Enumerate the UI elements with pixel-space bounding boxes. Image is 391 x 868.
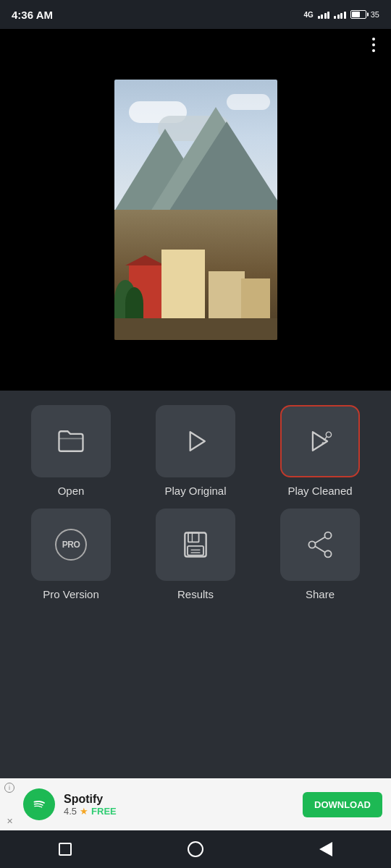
scene-mountains (114, 122, 277, 223)
play-clean-icon (304, 425, 336, 457)
ad-info-icon[interactable]: i (4, 783, 14, 793)
results-label: Results (177, 588, 214, 600)
pro-version-button[interactable]: PRO Pro Version (14, 509, 127, 600)
navigation-bar (0, 830, 391, 868)
battery-level: 35 (371, 10, 379, 19)
share-button[interactable]: Share (264, 509, 377, 600)
share-icon-box (280, 509, 360, 581)
tree-2 (125, 287, 143, 320)
battery-icon (350, 10, 366, 19)
svg-point-8 (324, 532, 331, 539)
pro-version-label: Pro Version (43, 588, 99, 600)
video-thumbnail (114, 80, 277, 340)
menu-dot-2 (372, 43, 375, 46)
overflow-menu-button[interactable] (366, 35, 381, 55)
share-icon (304, 529, 336, 561)
building-cream (161, 250, 205, 318)
building-right (241, 278, 270, 318)
play-cleaned-button[interactable]: Play Cleaned (264, 405, 377, 497)
svg-point-9 (324, 550, 331, 557)
ad-app-name: Spotify (64, 793, 294, 806)
open-button[interactable]: Open (14, 405, 127, 497)
svg-point-0 (326, 432, 331, 437)
svg-rect-4 (188, 546, 203, 556)
building-roof (125, 255, 165, 265)
ad-star: ★ (80, 806, 88, 817)
ad-banner: i ✕ Spotify 4.5 ★ FREE DOWNLOAD (0, 778, 391, 830)
svg-line-12 (315, 546, 325, 552)
status-time: 4:36 AM (12, 9, 53, 21)
ad-free-label: FREE (91, 806, 117, 817)
ad-text-area: Spotify 4.5 ★ FREE (64, 793, 294, 817)
open-label: Open (58, 485, 85, 497)
play-cleaned-icon-box (280, 405, 360, 477)
status-bar: 4:36 AM 4G 35 (0, 0, 391, 29)
ad-rating: 4.5 (64, 806, 77, 817)
svg-rect-3 (188, 533, 199, 542)
ad-subtitle: 4.5 ★ FREE (64, 806, 294, 817)
network-type: 4G (303, 11, 313, 19)
video-preview (0, 29, 391, 391)
mountain-3 (161, 122, 277, 223)
menu-dot-3 (372, 49, 375, 52)
open-icon-box (31, 405, 111, 477)
spotify-logo (23, 788, 55, 820)
ad-close-icon[interactable]: ✕ (4, 816, 14, 826)
svg-line-11 (315, 537, 325, 542)
scene-lower (114, 210, 277, 340)
play-original-label: Play Original (164, 485, 226, 497)
signal-bars-2 (334, 10, 346, 19)
ad-download-button[interactable]: DOWNLOAD (303, 792, 382, 817)
share-label: Share (306, 588, 335, 600)
svg-point-10 (308, 541, 315, 548)
ground (114, 318, 277, 340)
save-icon (180, 529, 211, 561)
menu-dot-1 (372, 38, 375, 41)
home-icon (188, 841, 203, 857)
play-icon (180, 425, 211, 457)
building-tan (209, 271, 245, 318)
actions-grid: Open Play Original Play Cleaned PRO Pro (0, 391, 391, 608)
recent-apps-icon (59, 843, 72, 856)
play-original-icon-box (156, 405, 235, 477)
spotify-icon (30, 795, 49, 814)
back-button[interactable] (315, 838, 337, 860)
results-button[interactable]: Results (139, 509, 252, 600)
pro-icon-box: PRO (31, 509, 111, 581)
back-icon (319, 842, 332, 856)
status-icons: 4G 35 (303, 10, 379, 19)
home-button[interactable] (185, 838, 206, 860)
results-icon-box (156, 509, 235, 581)
battery-fill (352, 12, 360, 17)
folder-icon (55, 425, 87, 457)
signal-bars-1 (318, 10, 330, 19)
pro-badge: PRO (55, 529, 87, 561)
recent-apps-button[interactable] (54, 838, 76, 860)
play-original-button[interactable]: Play Original (139, 405, 252, 497)
play-cleaned-label: Play Cleaned (287, 485, 352, 497)
scene-sky (114, 80, 277, 223)
